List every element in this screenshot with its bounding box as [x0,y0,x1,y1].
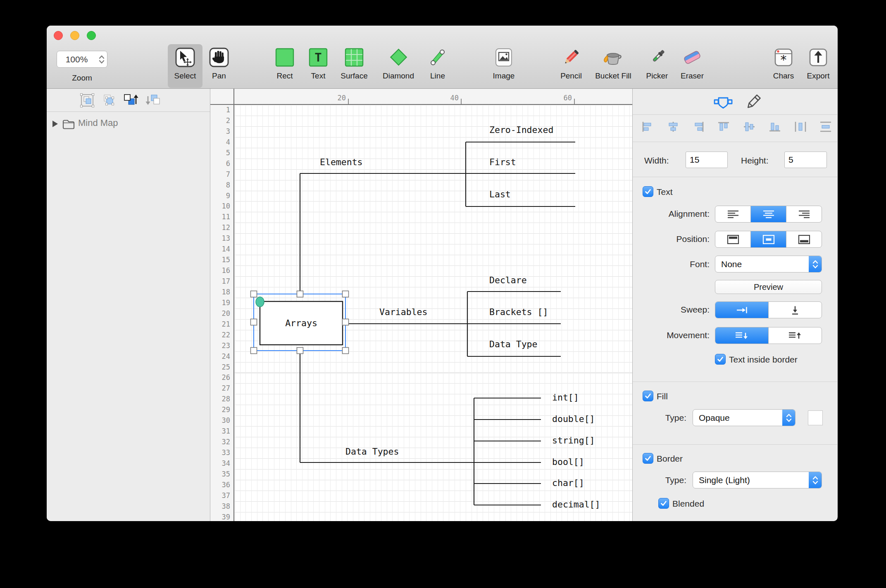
tool-label: Bucket Fill [591,71,636,81]
bring-to-front-button[interactable] [123,93,138,109]
ruler-row-3: 3 [210,126,233,137]
align-center-h-button[interactable] [667,121,679,134]
align-bottom-button[interactable] [769,121,781,134]
draw-properties-tab[interactable] [743,94,762,113]
text-checkbox[interactable] [643,186,653,197]
sidebar-item-mind-map[interactable]: Mind Map [47,115,210,133]
sweep-vertical-option[interactable] [769,302,822,318]
ruler-row-13: 13 [210,233,233,244]
selection-handle[interactable] [343,319,349,325]
tool-label: Surface [331,71,377,81]
ruler-row-5: 5 [210,148,233,159]
green-line-icon [415,44,460,71]
blended-checkbox[interactable] [658,498,669,509]
selection-handle[interactable] [343,348,349,354]
disclosure-triangle-icon[interactable] [52,121,58,127]
selection-handle[interactable] [297,348,303,354]
ruler-row-26: 26 [210,372,233,383]
divider [633,382,837,382]
ruler-row-35: 35 [210,469,233,480]
height-input[interactable] [784,152,827,168]
tool-pencil[interactable]: Pencil [548,44,594,81]
position-bottom-option[interactable] [786,231,822,247]
movement-up-option[interactable] [769,327,822,344]
selection-handle[interactable] [251,319,257,325]
ruler-tick [348,99,349,104]
svg-text:T: T [314,50,322,64]
tool-surface[interactable]: Surface [331,44,377,81]
border-checkbox[interactable] [643,453,653,464]
preview-button[interactable]: Preview [715,280,822,294]
border-type-dropdown[interactable]: Single (Light) [693,472,822,488]
ruler-col-60: 60 [564,94,572,102]
position-middle-option[interactable] [751,231,786,247]
ruler-row-22: 22 [210,330,233,341]
sweep-horizontal-option[interactable] [715,302,769,318]
align-center-v-button[interactable] [743,121,755,134]
tool-diamond[interactable]: Diamond [376,44,421,81]
zoom-stepper[interactable]: 100% [57,51,107,68]
send-to-back-button[interactable] [145,93,161,109]
canvas-text: string[] [552,435,595,446]
selection-handle[interactable] [251,291,257,297]
tool-export[interactable]: Export [795,44,838,81]
align-right-button[interactable] [692,121,705,134]
close-button[interactable] [54,31,63,40]
fill-color-swatch[interactable] [808,410,823,425]
canvas-text: Arrays [285,318,317,328]
ruler-vertical: 1234567891011121314151617181920212223242… [210,105,234,521]
drawing-canvas[interactable]: Zero-IndexedFirstLastElementsDeclareVari… [234,105,632,521]
distribute-v-button[interactable] [819,121,832,134]
ruler-row-24: 24 [210,351,233,362]
minimize-button[interactable] [70,31,79,40]
align-text-right-option[interactable] [786,206,822,222]
distribute-h-button[interactable] [794,121,807,134]
selection-handle[interactable] [343,291,349,297]
canvas-area: 204060 123456789101112131415161718192021… [210,89,632,521]
align-text-left-option[interactable] [715,206,751,222]
ruler-row-37: 37 [210,491,233,501]
tool-pan[interactable]: Pan [196,44,242,81]
position-top-option[interactable] [715,231,751,247]
tool-eraser[interactable]: Eraser [669,44,715,81]
width-input[interactable] [686,152,728,168]
ruler-row-15: 15 [210,255,233,266]
pencil-icon [548,44,594,71]
canvas-text: First [489,157,516,167]
align-top-button[interactable] [717,121,730,134]
hand-icon [196,44,242,71]
fill-type-dropdown[interactable]: Opaque [693,409,795,426]
text-checkbox-label: Text [657,187,673,197]
movement-down-option[interactable] [715,327,769,344]
align-left-button[interactable] [641,121,654,134]
mindmap-node-dot[interactable] [256,297,264,307]
tool-line[interactable]: Line [415,44,460,81]
selection-handle[interactable] [251,348,257,354]
divider [633,177,837,177]
ruler-row-14: 14 [210,244,233,255]
height-label: Height: [741,156,769,166]
selection-handle[interactable] [297,291,303,297]
ruler-row-16: 16 [210,266,233,276]
text-inside-border-checkbox[interactable] [715,354,726,365]
tool-bucket-fill[interactable]: Bucket Fill [591,44,636,81]
object-properties-tab[interactable] [714,94,733,113]
canvas-text: double[] [552,414,595,424]
export-arrow-icon [795,44,838,71]
tool-label: Eraser [669,71,715,81]
text-inside-border-label: Text inside border [729,355,798,365]
align-text-center-option[interactable] [751,206,786,222]
select-shapes-button[interactable] [101,93,116,109]
divider [633,444,837,445]
position-segmented [715,231,822,248]
image-frame-icon [481,44,526,71]
font-dropdown[interactable]: None [715,256,822,273]
fullscreen-button[interactable] [87,31,96,40]
tool-image[interactable]: Image [481,44,526,81]
fill-checkbox-label: Fill [657,391,668,401]
select-group-button[interactable] [80,93,95,109]
green-diamond-icon [376,44,421,71]
fill-checkbox[interactable] [643,391,653,401]
alignment-segmented [715,206,822,223]
stepper-chevrons-icon[interactable] [96,54,107,65]
